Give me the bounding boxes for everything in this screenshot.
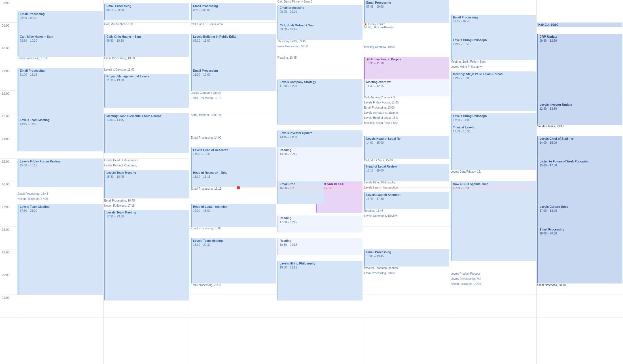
day-col-6: Hair Cut, 09:00 CRM Update 09:30 – 12:30…: [537, 0, 623, 364]
event-col6-2[interactable]: Levels Chief of Staff - re 14:00 – 15:00: [537, 136, 622, 159]
time-16: 16:00: [0, 181, 17, 204]
event-col4-inline-2[interactable]: Call; Andrew Conner + S: [364, 96, 449, 99]
event-col0-3[interactable]: Levels Team Meeting 13:15 – 14:45: [18, 117, 103, 151]
event-col1-inline-2[interactable]: Levels x Dexcom, 11:00,: [104, 68, 190, 71]
event-col4-2[interactable]: Meeting overflow 11:30 – 12:15: [364, 79, 449, 96]
event-col3-7[interactable]: Reading 17:30 – 18:15: [277, 215, 363, 232]
event-col4-inline-3[interactable]: Levels Friday Forum, 12:45: [364, 101, 449, 104]
event-col4-inline-11[interactable]: Reading, 17:45: [364, 209, 449, 212]
event-col4-inline-1[interactable]: Meeting Overflow, 10:00: [364, 45, 449, 48]
event-col3-6[interactable]: Email Proc 16:30 – 17:: [277, 181, 325, 204]
time-09: 09:00: [0, 23, 17, 45]
event-col5-inline-4[interactable]: Levels Development Vel: [451, 277, 536, 280]
event-col5-inline-0[interactable]: Meeting; Steijn Pelle + Sam: [451, 60, 536, 63]
event-col4-inline-4[interactable]: Email Processing, 13:00: [364, 106, 449, 109]
event-col2-5[interactable]: Head of Legal - technica 17:00 – 18:00: [191, 204, 276, 227]
day-col-1: Email Processing 08:15 – 09:00 Call; Mur…: [104, 0, 190, 364]
event-col4-1[interactable]: 🎉 Friday Fiesta: Purpos 10:30 – 11:30: [364, 57, 449, 79]
time-19: 19:00: [0, 249, 17, 272]
event-col0-4[interactable]: Levels Friday Forum Review 15:00 – 16:15: [18, 159, 103, 187]
event-col5-5[interactable]: How a CEO Spends Time 16:00 – 19:30: [451, 181, 536, 261]
event-col0-1[interactable]: Call; Mike Haney + Sam 09:30 – 10:30: [18, 34, 103, 57]
event-col1-2[interactable]: Project Management at Levels 11:30 – 13:…: [104, 74, 190, 108]
event-col6-inline-1[interactable]: Sunday Tasks, 13:30: [537, 125, 622, 128]
event-col2-0[interactable]: Email Processing 08:15 – 09:00: [191, 3, 276, 20]
event-col4-0[interactable]: Email Processing 07:45 – 09:00: [364, 0, 449, 23]
event-col2-6[interactable]: Levels Team Meeting 18:30 – 20:30: [191, 238, 276, 283]
event-col4-inline-14[interactable]: Email Processing, 20:00: [364, 272, 449, 275]
event-col3-4[interactable]: Reading 14:30 – 16:15: [277, 147, 363, 187]
event-col2-inline-7[interactable]: Email processing, 20:30: [191, 283, 276, 287]
event-col2-1[interactable]: Levels Building in Public Edits 09:30 – …: [191, 34, 276, 68]
event-col5-0[interactable]: Email Processing 08:45 – 09:45: [451, 15, 536, 37]
event-col1-inline-5[interactable]: Email Processing, 16:45: [104, 199, 190, 202]
event-col3-inline-1[interactable]: Thursday Tasks, 09:45: [277, 40, 363, 43]
event-col4-3[interactable]: Levels Head of Legal Re 14:00 – 15:00: [364, 136, 449, 159]
event-col6-1[interactable]: Levels Investor Update 12:30 – 13:30: [537, 102, 622, 125]
event-col2-3[interactable]: Levels Head of Research 14:30 – 15:30: [191, 147, 276, 170]
event-col5-1[interactable]: Levels Hiring Philosoph 09:45 – 10:45: [451, 37, 536, 60]
time-14: 14:00: [0, 136, 17, 159]
event-col1-inline-0[interactable]: Call; Murillo Nicácio De: [104, 23, 190, 26]
event-col5-4[interactable]: Titles at Levels 13:30 – 15:30: [451, 125, 536, 170]
event-col4-inline-13[interactable]: Product Roadmap Ideation: [364, 266, 449, 270]
event-col3-1[interactable]: Call; Josh Mohrer + Sam 09:00 – 09:45: [277, 23, 363, 40]
event-col1-4[interactable]: Levels Team Meeting 15:30 – 16:45: [104, 170, 190, 198]
event-col4-inline-6[interactable]: Levels Head of Legal, 13:3: [364, 116, 449, 119]
event-col3-inline-0[interactable]: Call; David Flinner + Sam C: [277, 0, 363, 3]
event-col3-8[interactable]: Reading 18:30 – 19:15: [277, 238, 363, 255]
event-col6-4[interactable]: Levels Culture Docs 17:00 – 18:00: [537, 204, 622, 227]
event-col1-5[interactable]: Levels Team Meeting 17:30 – 23:00: [104, 210, 190, 300]
event-col5-inline-1[interactable]: Levels Hiring Philosophy,: [451, 65, 536, 68]
day-col-4: Email Processing 07:45 – 09:00 🎉 Friday …: [363, 0, 450, 364]
event-col0-inline-2[interactable]: Notion Followups, 17:15: [18, 197, 103, 200]
event-col3-inline-3[interactable]: Reading, 10:45: [277, 56, 363, 59]
event-col0-inline-0[interactable]: Email Processing, 10:30: [18, 57, 103, 60]
calendar: 08:00 09:00 10:00 11:00 12:00 13:00 14:0…: [0, 0, 623, 364]
event-col3-inline-2[interactable]: Email Processing, 10:00: [277, 45, 363, 48]
event-col1-0[interactable]: Email Processing 08:15 – 09:00: [104, 3, 190, 20]
time-18: 18:00: [0, 227, 17, 249]
event-col6-inline-2[interactable]: Clear Notebook, 20:30: [537, 283, 622, 287]
event-col4-inline-12[interactable]: Levels Community Review: [364, 214, 449, 217]
event-col4-inline-5[interactable]: Levels company strategy u: [364, 111, 449, 114]
event-col4-inline-9[interactable]: Levels Hiring Philosophy,: [364, 181, 449, 184]
event-col3-9[interactable]: Levels Hiring Philosophy 19:30 – 21:15: [277, 261, 363, 300]
event-col5-inline-2[interactable]: Levels Data Privacy, 15:: [451, 170, 536, 173]
event-col1-1[interactable]: Call; Xinlu Huang + Sam 09:30 – 10:30: [104, 34, 190, 57]
event-col6-inline-0[interactable]: Hair Cut, 09:00: [537, 23, 622, 27]
event-col6-3[interactable]: Listen to Future of Work Podcasts 15:00 …: [537, 159, 622, 204]
event-col0-inline-1[interactable]: Email Processing, 16:45: [18, 192, 103, 195]
event-col4-inline-8[interactable]: Call; Miz + Sam, 15:00: [364, 159, 449, 162]
event-col2-inline-6[interactable]: Email Processing, 18:00: [191, 227, 276, 230]
event-col3-2[interactable]: Levels Company Strategy 11:30 – 13:30: [277, 79, 363, 125]
event-col6-5[interactable]: Email Processing 18:00 – 20:30: [537, 227, 622, 283]
event-col2-inline-0[interactable]: Call; Hao Li + Sam Corco: [191, 23, 276, 26]
event-col0-5[interactable]: Levels Team Meeting 17:30 – 21:30: [18, 204, 103, 295]
event-col5-inline-3[interactable]: Levels Product Process,: [451, 272, 536, 275]
event-col6-0[interactable]: CRM Update 09:30 – 12:30: [537, 34, 622, 102]
event-col0-2[interactable]: Email Processing 11:00 – 13:15: [18, 68, 103, 117]
event-col1-3[interactable]: Meeting; Josh Clemente + Sam Corcos 13:0…: [104, 113, 190, 153]
event-col4-5[interactable]: Levels Launch Assumpt 16:45 – 17:30: [364, 192, 449, 209]
time-12: 12:00: [0, 91, 17, 113]
event-col1-inline-3[interactable]: Levels Head of Research I: [104, 159, 190, 162]
event-col2-inline-1[interactable]: Levels Company Values -: [191, 91, 276, 94]
event-col4-inline-0[interactable]: 🎉 Friday Forum09:00, https://us02web.z: [364, 23, 449, 29]
time-15: 15:00: [0, 159, 17, 181]
event-col1-inline-6[interactable]: Notion Followups, 17:15: [104, 204, 190, 207]
event-col2-inline-3[interactable]: Sam / Michael, 13:00, ht: [191, 113, 276, 117]
event-col1-inline-4[interactable]: Levels Product Roadmap,: [104, 164, 190, 167]
event-col2-2[interactable]: Email Processing 11:00 – 12:00: [191, 68, 276, 91]
event-col2-inline-4[interactable]: Email Processing, 14:00: [191, 136, 276, 139]
event-col2-4[interactable]: Head of Research - Role 15:30 – 16:15: [191, 170, 276, 187]
event-col4-6[interactable]: Email Processing 19:00 – 19:45: [364, 249, 449, 266]
event-col5-2[interactable]: Meeting; Steijn Pelle + Sam Corcos 11:15…: [451, 71, 536, 111]
event-col1-inline-1[interactable]: Email Processing, 10:30: [104, 57, 190, 60]
event-col2-inline-2[interactable]: Email Processing, 12:15: [191, 96, 276, 100]
event-col0-0[interactable]: Email Processing 08:30 – 09:30: [18, 11, 103, 34]
event-col4-4[interactable]: Head of Legal Review 15:15 – 16:00: [364, 164, 449, 181]
event-col3-3[interactable]: Levels Investor Update 13:45 – 14:30: [277, 130, 363, 147]
event-col5-inline-5[interactable]: Notion Followups, 20:30: [451, 282, 536, 285]
event-col4-inline-7[interactable]: Meeting; Steijn Pelle + San: [364, 121, 449, 124]
